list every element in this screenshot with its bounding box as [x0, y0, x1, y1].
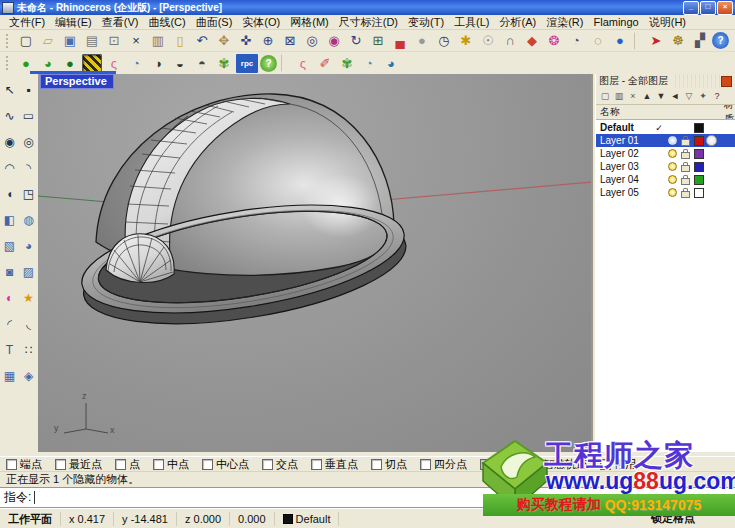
menu-item[interactable]: 编辑(E): [50, 15, 97, 30]
name-column-header[interactable]: 名称: [600, 105, 620, 119]
color-wheel-icon[interactable]: ❂: [544, 31, 564, 50]
hazard-material-icon[interactable]: ▦: [82, 54, 102, 73]
box-icon[interactable]: ▧: [0, 233, 19, 259]
viewport-label[interactable]: Perspective: [40, 74, 114, 89]
circle-icon[interactable]: ◉: [0, 129, 19, 155]
new-file-icon[interactable]: ▢: [16, 31, 36, 50]
layer-lock-icon[interactable]: [681, 178, 690, 185]
leaf2-icon[interactable]: ✾: [337, 54, 357, 73]
surface-patch-icon[interactable]: ◧: [0, 207, 19, 233]
toolbar-separator[interactable]: [634, 32, 642, 50]
layer-lock-icon[interactable]: [681, 139, 690, 146]
help-green-icon[interactable]: ?: [260, 55, 277, 72]
flamingo2-icon[interactable]: ς: [293, 54, 313, 73]
layer-row-02[interactable]: Layer 02: [596, 147, 735, 160]
osnap-item[interactable]: 中点: [153, 457, 189, 472]
mouse-icon[interactable]: ●: [412, 31, 432, 50]
rotate-view-icon[interactable]: ↻: [346, 31, 366, 50]
text-icon[interactable]: T: [0, 337, 19, 363]
rotate-dark-icon[interactable]: ◑: [148, 54, 168, 73]
g-sphere-icon[interactable]: ◓: [192, 54, 212, 73]
osnap-item[interactable]: 交点: [262, 457, 298, 472]
perspective-viewport[interactable]: Perspective z x y: [38, 74, 593, 452]
rectangle-icon[interactable]: ▭: [19, 103, 38, 129]
menu-item[interactable]: 变动(T): [403, 15, 449, 30]
move-view-icon[interactable]: ✜: [236, 31, 256, 50]
osnap-item[interactable]: 点: [115, 457, 140, 472]
cylinder-icon[interactable]: ◙: [0, 259, 19, 285]
zoom-window-icon[interactable]: ⊠: [280, 31, 300, 50]
select-arrow-icon[interactable]: ↖: [0, 77, 19, 103]
menu-item[interactable]: 渲染(R): [541, 15, 588, 30]
menu-item[interactable]: 查看(V): [97, 15, 144, 30]
delete-layer-icon[interactable]: ×: [626, 90, 640, 103]
layers-panel-header[interactable]: 图层 - 全部图层: [596, 74, 735, 88]
rpc-icon[interactable]: rpc: [236, 54, 258, 73]
panel-close-icon[interactable]: [721, 76, 732, 87]
fillet-icon[interactable]: ◜: [0, 311, 19, 337]
cplane-button[interactable]: 工作平面: [0, 512, 61, 526]
save-icon[interactable]: ▣: [60, 31, 80, 50]
zoom-selected-icon[interactable]: ◉: [324, 31, 344, 50]
osnap-item[interactable]: 四分点: [420, 457, 467, 472]
toolbar-separator[interactable]: [281, 54, 289, 72]
layer-visible-icon[interactable]: [668, 188, 677, 197]
duplicate-icon[interactable]: ⊡: [104, 31, 124, 50]
close-button[interactable]: ×: [717, 1, 733, 15]
ellipse-icon[interactable]: ◖: [0, 181, 19, 207]
osnap-item[interactable]: 垂直点: [311, 457, 358, 472]
lightbulb-icon[interactable]: ☉: [478, 31, 498, 50]
help-icon[interactable]: ?: [712, 32, 729, 49]
circle2-icon[interactable]: ◎: [19, 129, 38, 155]
osnap-item[interactable]: 停用: [600, 457, 636, 472]
menu-item[interactable]: 尺寸标注(D): [334, 15, 403, 30]
explode-icon[interactable]: ★: [19, 285, 38, 311]
osnap-checkbox[interactable]: [480, 459, 491, 470]
layer-color-swatch[interactable]: [694, 175, 704, 185]
layer-visible-icon[interactable]: [668, 136, 677, 145]
layer-column-headers[interactable]: 名称 材质: [596, 105, 735, 120]
osnap-checkbox[interactable]: [311, 459, 322, 470]
material-column-header[interactable]: 材质: [724, 105, 735, 120]
menu-item[interactable]: 说明(H): [644, 15, 691, 30]
spheres-icon[interactable]: ◕: [19, 233, 38, 259]
leaf-icon[interactable]: ✾: [214, 54, 234, 73]
menu-item[interactable]: 工具(L): [449, 15, 494, 30]
layer-color-swatch[interactable]: [694, 149, 704, 159]
layer-lock-icon[interactable]: [681, 152, 690, 159]
panel-help-icon[interactable]: ?: [710, 90, 724, 103]
wire-sphere-icon[interactable]: ◔: [566, 31, 586, 50]
osnap-checkbox[interactable]: [371, 459, 382, 470]
osnap-checkbox[interactable]: [420, 459, 431, 470]
car-icon[interactable]: ▄: [390, 31, 410, 50]
checker-sphere-icon[interactable]: ◒: [170, 54, 190, 73]
new-layer-icon[interactable]: ▢: [598, 90, 612, 103]
osnap-checkbox[interactable]: [55, 459, 66, 470]
zoom-icon[interactable]: ⊕: [258, 31, 278, 50]
slab-icon[interactable]: ▨: [19, 259, 38, 285]
dashed-circle-icon[interactable]: ◌: [588, 31, 608, 50]
flamingo-icon[interactable]: ς: [104, 54, 124, 73]
clock-icon[interactable]: ◷: [434, 31, 454, 50]
menu-item[interactable]: 文件(F): [4, 15, 50, 30]
grid-snap-toggle[interactable]: 锁定格点: [651, 511, 735, 526]
layer-visible-icon[interactable]: [668, 162, 677, 171]
copy-layer-icon[interactable]: ▥: [612, 90, 626, 103]
options-icon[interactable]: ✱: [456, 31, 476, 50]
render-icon[interactable]: ●: [16, 54, 36, 73]
layer-row-01[interactable]: Layer 01: [596, 134, 735, 147]
pipe-icon[interactable]: ◟: [19, 311, 38, 337]
corner-arc-icon[interactable]: ◝: [19, 155, 38, 181]
boolean-union-icon[interactable]: ◐: [0, 285, 19, 311]
zoom-extents-icon[interactable]: ◎: [302, 31, 322, 50]
layer-material-icon[interactable]: [706, 135, 717, 146]
copy-icon[interactable]: ▥: [148, 31, 168, 50]
command-input[interactable]: 指令:: [0, 487, 735, 508]
menu-item[interactable]: 曲面(S): [191, 15, 238, 30]
surface-corner-icon[interactable]: ◳: [19, 181, 38, 207]
undo-icon[interactable]: ↶: [192, 31, 212, 50]
osnap-item[interactable]: 切点: [371, 457, 407, 472]
move-down-icon[interactable]: ▼: [654, 90, 668, 103]
osnap-checkbox[interactable]: [115, 459, 126, 470]
render-settings-icon[interactable]: ◕: [38, 54, 58, 73]
